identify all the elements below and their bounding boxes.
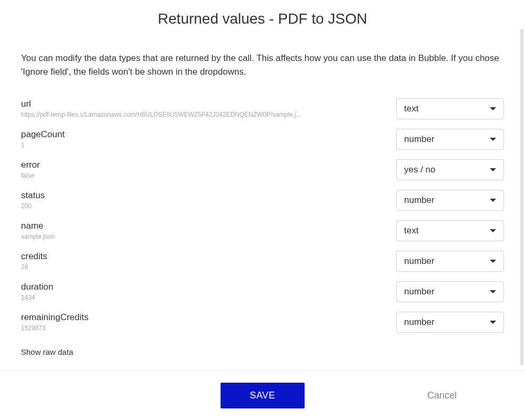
modal-title: Returned values - PDF to JSON bbox=[0, 11, 525, 27]
type-select-error[interactable]: yes / no bbox=[396, 159, 504, 180]
field-sample-value: 1529873 bbox=[21, 324, 315, 333]
field-name: pageCount bbox=[21, 129, 386, 140]
type-select-status[interactable]: number bbox=[396, 190, 504, 211]
modal-description: You can modify the data types that are r… bbox=[21, 52, 504, 78]
field-sample-value: false bbox=[21, 172, 315, 180]
caret-down-icon bbox=[490, 199, 496, 202]
type-select-credits[interactable]: number bbox=[396, 251, 504, 272]
field-sample-value: 1 bbox=[21, 141, 315, 150]
field-control: number bbox=[396, 251, 504, 272]
type-select-label: text bbox=[404, 226, 418, 236]
type-select-label: number bbox=[404, 317, 435, 327]
cancel-button[interactable]: Cancel bbox=[427, 390, 457, 401]
caret-down-icon bbox=[490, 168, 496, 171]
field-control: number bbox=[396, 281, 504, 302]
field-name: error bbox=[21, 159, 386, 171]
field-row-duration: duration 1434 number bbox=[21, 277, 504, 308]
field-name: remainingCredits bbox=[21, 312, 386, 323]
field-sample-value: sample.json bbox=[21, 233, 315, 241]
caret-down-icon bbox=[490, 229, 496, 232]
show-raw-data-link[interactable]: Show raw data bbox=[21, 347, 73, 356]
footer-inner: SAVE Cancel bbox=[21, 382, 504, 408]
caret-down-icon bbox=[490, 107, 496, 110]
field-control: number bbox=[396, 190, 504, 211]
field-row-url: url https://pdf-temp-files.s3.amazonaws.… bbox=[21, 94, 504, 125]
modal-body: You can modify the data types that are r… bbox=[0, 37, 525, 370]
field-name: name bbox=[21, 220, 386, 232]
modal-footer: SAVE Cancel bbox=[0, 370, 525, 420]
fields-list: url https://pdf-temp-files.s3.amazonaws.… bbox=[21, 94, 504, 338]
type-select-label: number bbox=[404, 286, 435, 297]
field-sample-value: 1434 bbox=[21, 294, 315, 302]
field-name: credits bbox=[21, 251, 386, 262]
caret-down-icon bbox=[490, 290, 496, 293]
field-row-pagecount: pageCount 1 number bbox=[21, 125, 504, 155]
field-sample-value: https://pdf-temp-files.s3.amazonaws.com/… bbox=[21, 111, 315, 119]
field-name: status bbox=[21, 190, 386, 201]
caret-down-icon bbox=[490, 321, 496, 324]
field-sample-value: 200 bbox=[21, 202, 315, 211]
field-name: url bbox=[21, 98, 386, 110]
caret-down-icon bbox=[490, 138, 496, 141]
type-select-label: text bbox=[404, 104, 418, 114]
caret-down-icon bbox=[490, 260, 496, 263]
type-select-label: number bbox=[404, 195, 435, 206]
type-select-label: number bbox=[404, 134, 435, 145]
type-select-remainingcredits[interactable]: number bbox=[396, 312, 504, 333]
field-row-error: error false yes / no bbox=[21, 155, 504, 186]
field-row-credits: credits 28 number bbox=[21, 247, 504, 277]
field-info: pageCount 1 bbox=[21, 129, 396, 150]
field-info: credits 28 bbox=[21, 251, 396, 272]
type-select-duration[interactable]: number bbox=[396, 281, 504, 302]
type-select-label: number bbox=[404, 256, 435, 267]
field-control: number bbox=[396, 129, 504, 150]
field-name: duration bbox=[21, 281, 386, 293]
field-info: remainingCredits 1529873 bbox=[21, 312, 396, 333]
type-select-pagecount[interactable]: number bbox=[396, 129, 504, 150]
field-info: status 200 bbox=[21, 190, 396, 211]
field-control: number bbox=[396, 312, 504, 333]
field-info: name sample.json bbox=[21, 220, 396, 241]
returned-values-modal: Returned values - PDF to JSON You can mo… bbox=[0, 0, 525, 420]
field-info: url https://pdf-temp-files.s3.amazonaws.… bbox=[21, 98, 396, 119]
field-row-name: name sample.json text bbox=[21, 216, 504, 247]
field-control: text bbox=[396, 98, 504, 119]
type-select-label: yes / no bbox=[404, 165, 436, 175]
field-control: yes / no bbox=[396, 159, 504, 180]
field-row-status: status 200 number bbox=[21, 186, 504, 216]
scrollbar[interactable] bbox=[520, 29, 523, 365]
field-control: text bbox=[396, 220, 504, 241]
type-select-url[interactable]: text bbox=[396, 98, 504, 119]
type-select-name[interactable]: text bbox=[396, 220, 504, 241]
field-row-remainingcredits: remainingCredits 1529873 number bbox=[21, 308, 504, 338]
field-sample-value: 28 bbox=[21, 263, 315, 272]
field-info: duration 1434 bbox=[21, 281, 396, 302]
modal-header: Returned values - PDF to JSON bbox=[0, 0, 525, 37]
field-info: error false bbox=[21, 159, 396, 180]
save-button[interactable]: SAVE bbox=[220, 383, 305, 408]
